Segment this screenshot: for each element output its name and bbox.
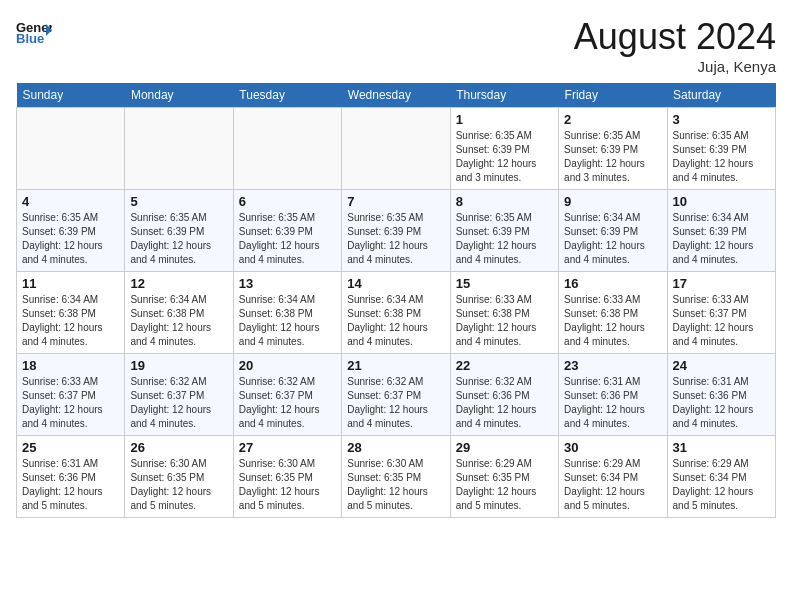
calendar-cell: 29Sunrise: 6:29 AM Sunset: 6:35 PM Dayli… (450, 436, 558, 518)
day-number: 25 (22, 440, 119, 455)
calendar-cell: 20Sunrise: 6:32 AM Sunset: 6:37 PM Dayli… (233, 354, 341, 436)
day-info: Sunrise: 6:35 AM Sunset: 6:39 PM Dayligh… (347, 211, 444, 267)
calendar-cell: 14Sunrise: 6:34 AM Sunset: 6:38 PM Dayli… (342, 272, 450, 354)
day-info: Sunrise: 6:34 AM Sunset: 6:39 PM Dayligh… (564, 211, 661, 267)
day-info: Sunrise: 6:30 AM Sunset: 6:35 PM Dayligh… (130, 457, 227, 513)
calendar-cell (342, 108, 450, 190)
day-info: Sunrise: 6:33 AM Sunset: 6:37 PM Dayligh… (22, 375, 119, 431)
day-number: 24 (673, 358, 770, 373)
col-header-thursday: Thursday (450, 83, 558, 108)
day-number: 27 (239, 440, 336, 455)
calendar-cell: 23Sunrise: 6:31 AM Sunset: 6:36 PM Dayli… (559, 354, 667, 436)
day-info: Sunrise: 6:34 AM Sunset: 6:38 PM Dayligh… (239, 293, 336, 349)
calendar-cell: 19Sunrise: 6:32 AM Sunset: 6:37 PM Dayli… (125, 354, 233, 436)
day-info: Sunrise: 6:33 AM Sunset: 6:38 PM Dayligh… (456, 293, 553, 349)
day-info: Sunrise: 6:34 AM Sunset: 6:39 PM Dayligh… (673, 211, 770, 267)
day-info: Sunrise: 6:35 AM Sunset: 6:39 PM Dayligh… (564, 129, 661, 185)
day-info: Sunrise: 6:29 AM Sunset: 6:35 PM Dayligh… (456, 457, 553, 513)
col-header-saturday: Saturday (667, 83, 775, 108)
day-number: 3 (673, 112, 770, 127)
calendar-cell: 7Sunrise: 6:35 AM Sunset: 6:39 PM Daylig… (342, 190, 450, 272)
calendar-cell: 21Sunrise: 6:32 AM Sunset: 6:37 PM Dayli… (342, 354, 450, 436)
day-number: 1 (456, 112, 553, 127)
col-header-sunday: Sunday (17, 83, 125, 108)
month-year: August 2024 (574, 16, 776, 58)
day-info: Sunrise: 6:30 AM Sunset: 6:35 PM Dayligh… (239, 457, 336, 513)
calendar-cell: 25Sunrise: 6:31 AM Sunset: 6:36 PM Dayli… (17, 436, 125, 518)
day-info: Sunrise: 6:32 AM Sunset: 6:36 PM Dayligh… (456, 375, 553, 431)
day-number: 26 (130, 440, 227, 455)
calendar-cell: 22Sunrise: 6:32 AM Sunset: 6:36 PM Dayli… (450, 354, 558, 436)
calendar-cell: 13Sunrise: 6:34 AM Sunset: 6:38 PM Dayli… (233, 272, 341, 354)
day-number: 23 (564, 358, 661, 373)
day-number: 6 (239, 194, 336, 209)
day-number: 14 (347, 276, 444, 291)
calendar-cell: 15Sunrise: 6:33 AM Sunset: 6:38 PM Dayli… (450, 272, 558, 354)
calendar-cell: 3Sunrise: 6:35 AM Sunset: 6:39 PM Daylig… (667, 108, 775, 190)
day-info: Sunrise: 6:35 AM Sunset: 6:39 PM Dayligh… (673, 129, 770, 185)
day-info: Sunrise: 6:33 AM Sunset: 6:37 PM Dayligh… (673, 293, 770, 349)
day-info: Sunrise: 6:35 AM Sunset: 6:39 PM Dayligh… (130, 211, 227, 267)
calendar-cell: 30Sunrise: 6:29 AM Sunset: 6:34 PM Dayli… (559, 436, 667, 518)
day-number: 8 (456, 194, 553, 209)
day-number: 2 (564, 112, 661, 127)
logo-icon: General Blue (16, 16, 52, 44)
calendar-cell: 17Sunrise: 6:33 AM Sunset: 6:37 PM Dayli… (667, 272, 775, 354)
calendar-cell: 4Sunrise: 6:35 AM Sunset: 6:39 PM Daylig… (17, 190, 125, 272)
day-number: 13 (239, 276, 336, 291)
logo: General Blue (16, 16, 52, 44)
calendar-cell: 9Sunrise: 6:34 AM Sunset: 6:39 PM Daylig… (559, 190, 667, 272)
calendar-cell: 8Sunrise: 6:35 AM Sunset: 6:39 PM Daylig… (450, 190, 558, 272)
day-info: Sunrise: 6:29 AM Sunset: 6:34 PM Dayligh… (564, 457, 661, 513)
day-number: 4 (22, 194, 119, 209)
calendar-cell (125, 108, 233, 190)
col-header-tuesday: Tuesday (233, 83, 341, 108)
col-header-monday: Monday (125, 83, 233, 108)
day-info: Sunrise: 6:35 AM Sunset: 6:39 PM Dayligh… (239, 211, 336, 267)
day-number: 17 (673, 276, 770, 291)
calendar-cell: 10Sunrise: 6:34 AM Sunset: 6:39 PM Dayli… (667, 190, 775, 272)
day-info: Sunrise: 6:30 AM Sunset: 6:35 PM Dayligh… (347, 457, 444, 513)
calendar-table: SundayMondayTuesdayWednesdayThursdayFrid… (16, 83, 776, 518)
day-number: 19 (130, 358, 227, 373)
day-info: Sunrise: 6:35 AM Sunset: 6:39 PM Dayligh… (456, 129, 553, 185)
day-number: 9 (564, 194, 661, 209)
day-info: Sunrise: 6:33 AM Sunset: 6:38 PM Dayligh… (564, 293, 661, 349)
day-info: Sunrise: 6:35 AM Sunset: 6:39 PM Dayligh… (456, 211, 553, 267)
calendar-cell: 24Sunrise: 6:31 AM Sunset: 6:36 PM Dayli… (667, 354, 775, 436)
calendar-cell: 31Sunrise: 6:29 AM Sunset: 6:34 PM Dayli… (667, 436, 775, 518)
calendar-cell: 18Sunrise: 6:33 AM Sunset: 6:37 PM Dayli… (17, 354, 125, 436)
calendar-cell: 12Sunrise: 6:34 AM Sunset: 6:38 PM Dayli… (125, 272, 233, 354)
day-info: Sunrise: 6:35 AM Sunset: 6:39 PM Dayligh… (22, 211, 119, 267)
day-info: Sunrise: 6:31 AM Sunset: 6:36 PM Dayligh… (673, 375, 770, 431)
calendar-cell: 11Sunrise: 6:34 AM Sunset: 6:38 PM Dayli… (17, 272, 125, 354)
calendar-cell: 2Sunrise: 6:35 AM Sunset: 6:39 PM Daylig… (559, 108, 667, 190)
day-info: Sunrise: 6:32 AM Sunset: 6:37 PM Dayligh… (239, 375, 336, 431)
day-number: 7 (347, 194, 444, 209)
svg-text:Blue: Blue (16, 31, 44, 44)
day-info: Sunrise: 6:32 AM Sunset: 6:37 PM Dayligh… (130, 375, 227, 431)
day-number: 10 (673, 194, 770, 209)
calendar-cell: 5Sunrise: 6:35 AM Sunset: 6:39 PM Daylig… (125, 190, 233, 272)
calendar-cell (233, 108, 341, 190)
day-number: 30 (564, 440, 661, 455)
day-info: Sunrise: 6:29 AM Sunset: 6:34 PM Dayligh… (673, 457, 770, 513)
day-number: 18 (22, 358, 119, 373)
day-number: 15 (456, 276, 553, 291)
day-info: Sunrise: 6:31 AM Sunset: 6:36 PM Dayligh… (22, 457, 119, 513)
calendar-cell: 16Sunrise: 6:33 AM Sunset: 6:38 PM Dayli… (559, 272, 667, 354)
page-header: General Blue August 2024 Juja, Kenya (16, 16, 776, 75)
day-info: Sunrise: 6:32 AM Sunset: 6:37 PM Dayligh… (347, 375, 444, 431)
day-number: 28 (347, 440, 444, 455)
title-block: August 2024 Juja, Kenya (574, 16, 776, 75)
col-header-wednesday: Wednesday (342, 83, 450, 108)
calendar-cell: 28Sunrise: 6:30 AM Sunset: 6:35 PM Dayli… (342, 436, 450, 518)
day-number: 16 (564, 276, 661, 291)
day-number: 5 (130, 194, 227, 209)
day-info: Sunrise: 6:34 AM Sunset: 6:38 PM Dayligh… (347, 293, 444, 349)
day-number: 29 (456, 440, 553, 455)
day-number: 20 (239, 358, 336, 373)
day-number: 21 (347, 358, 444, 373)
calendar-cell (17, 108, 125, 190)
day-number: 11 (22, 276, 119, 291)
